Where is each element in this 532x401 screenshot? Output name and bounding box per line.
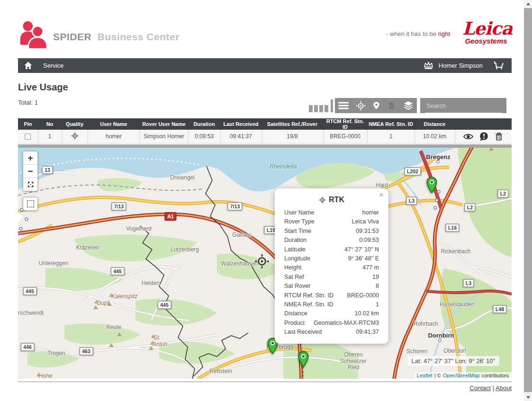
map-label: Gaißau — [232, 232, 251, 238]
map-label: Rohrbach — [414, 321, 438, 327]
map-container[interactable]: Dreiangel Rheindelta Bregenz Hard Vogelh… — [18, 144, 512, 379]
page: SPIDER Business Center - when it has to … — [0, 0, 532, 401]
peak-icon — [149, 346, 153, 350]
view-row-button[interactable] — [463, 132, 474, 141]
map-label: Dornbirn — [428, 332, 454, 339]
layers-icon — [403, 100, 414, 111]
map-label: Trogen — [47, 350, 65, 356]
page-footer: Contact | About — [18, 382, 512, 392]
road-badge: 7/13 — [227, 202, 243, 211]
popup-row: RTCM Ref. Stn. IDBREG-0000 — [275, 291, 388, 300]
col-satellites: Satellites Ref./Rover — [261, 118, 323, 130]
map-label: Rebstein — [209, 368, 232, 374]
map-label: Bregenz — [426, 153, 450, 160]
map-label: Walzenhausen — [221, 260, 259, 267]
crown-icon — [423, 61, 434, 70]
peak-icon — [117, 332, 122, 336]
tagline-accent: right — [438, 30, 450, 37]
contact-link[interactable]: Contact — [469, 384, 491, 392]
search-box — [420, 98, 506, 113]
map-attribution: Leaflet | © OpenStreetMap contributors — [415, 372, 512, 379]
osm-link[interactable]: OpenStreetMap — [443, 373, 480, 378]
scroll-down-button[interactable] — [524, 393, 532, 401]
satellites-cell: 19/8 — [261, 130, 323, 143]
delete-row-button[interactable] — [494, 132, 504, 142]
fullscreen-button[interactable] — [23, 178, 37, 191]
message-row-button[interactable] — [479, 132, 489, 142]
map-label: Untereggen — [39, 260, 69, 267]
popup-row: Latitude47° 27' 10" N — [275, 245, 388, 254]
pin-checkbox[interactable] — [25, 134, 31, 140]
total-count: Total: 1 — [18, 99, 38, 106]
map-label: Rheindelta — [270, 163, 297, 170]
map-label: Gupf — [94, 300, 99, 303]
reference-station-marker[interactable] — [426, 177, 438, 193]
road-badge: L2 — [464, 203, 476, 212]
map-label: St. — [151, 334, 156, 338]
box-select-icon — [27, 200, 34, 207]
search-input[interactable] — [425, 99, 502, 113]
eye-icon — [463, 132, 474, 141]
col-distance: Distance — [415, 118, 455, 130]
popup-close-button[interactable]: × — [379, 191, 384, 199]
trash-icon — [387, 101, 396, 110]
road-badge: L48 — [493, 305, 507, 313]
map-label: Hard — [376, 182, 388, 188]
map-label: Vogelherd — [126, 225, 152, 232]
popup-row: Distance10.02 km — [275, 309, 388, 318]
col-rover-user-name: Rover User Name — [140, 118, 188, 130]
peak-icon — [107, 302, 112, 306]
map-label: Oberdorf — [443, 348, 466, 354]
road-badge: L3 — [463, 279, 474, 287]
nav-item-service[interactable]: Service — [43, 62, 63, 69]
rover-info-popup: × RTK User Namehomer Rover TypeLeica Viv… — [275, 188, 388, 344]
popup-row: Rover TypeLeica Viva — [275, 217, 388, 226]
arrow-down-icon — [526, 396, 530, 399]
cart-button[interactable] — [493, 61, 505, 71]
zoom-in-button[interactable]: + — [23, 151, 37, 165]
layers-button[interactable] — [403, 100, 414, 111]
hamburger-icon — [338, 102, 349, 109]
scrollbar-thumb[interactable] — [524, 8, 532, 392]
pin-on-map-button[interactable] — [372, 100, 380, 111]
leaflet-link[interactable]: Leaflet — [417, 373, 433, 378]
home-icon — [24, 61, 33, 70]
map-label: Dreiangel — [170, 174, 194, 181]
locate-icon — [356, 101, 366, 111]
road-badge: 445 — [23, 287, 37, 295]
message-alert-icon — [479, 132, 489, 142]
live-usage-table: Pin No Quality User Name Rover User Name… — [18, 118, 512, 143]
home-button[interactable] — [24, 61, 33, 70]
scroll-up-button[interactable] — [524, 0, 532, 8]
col-quality: Quality — [62, 118, 88, 130]
locate-button[interactable] — [356, 101, 366, 111]
popup-row: User Namehomer — [275, 208, 388, 217]
last-received-cell: 09:41:37 — [220, 130, 261, 143]
popup-row: Start Time09:31:53 — [275, 227, 388, 236]
user-menu[interactable]: Homer Simpson — [423, 61, 483, 70]
no-cell: 1 — [38, 130, 62, 143]
road-badge: 7/13 — [111, 202, 126, 211]
map-label: Anton — [150, 341, 155, 345]
list-menu-button[interactable] — [338, 102, 349, 109]
leica-logo-subtext: Geosystems — [462, 37, 510, 45]
map-label: Oberes — [344, 351, 362, 358]
map-tile-edge — [18, 144, 512, 148]
map-label: Kräzeren — [76, 244, 99, 251]
delete-button[interactable] — [387, 101, 396, 110]
distance-cell: 10.02 km — [415, 130, 455, 143]
about-link[interactable]: About — [496, 384, 512, 392]
reference-station-marker[interactable] — [298, 351, 309, 367]
road-badge: 445 — [110, 267, 125, 276]
box-select-button[interactable] — [23, 197, 38, 211]
app-title-sub: Business Center — [98, 31, 180, 42]
peak-icon — [93, 305, 98, 309]
trash-icon — [494, 132, 504, 142]
app-title-main: SPIDER — [53, 31, 91, 42]
col-pin: Pin — [18, 118, 38, 130]
scrollbar[interactable] — [524, 0, 532, 401]
zoom-out-button[interactable]: − — [23, 165, 37, 178]
col-actions — [455, 118, 512, 130]
rover-position-marker[interactable] — [254, 254, 270, 269]
table-row[interactable]: 1 homer Simpson Homer 0:09:53 09:41:37 1… — [18, 130, 512, 143]
